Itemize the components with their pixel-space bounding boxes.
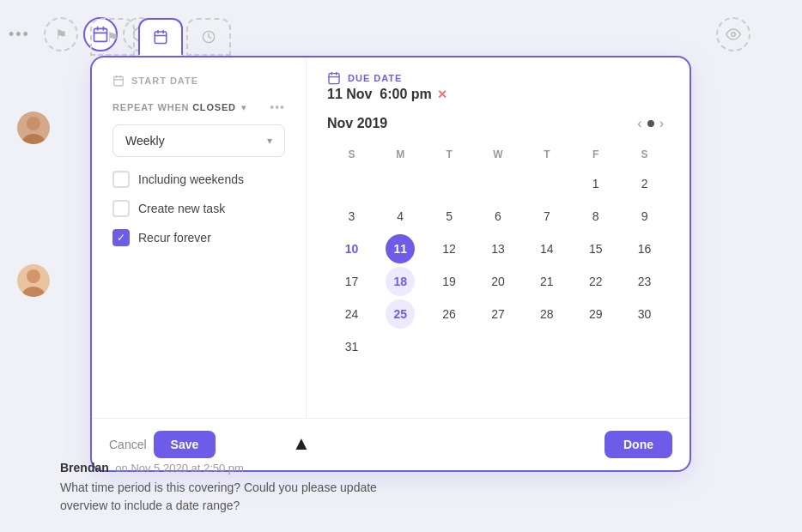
calendar-grid: S M T W T F S 1 2 [327,145,669,361]
svg-rect-15 [114,76,124,86]
due-clear-button[interactable]: ✕ [437,88,447,101]
modal-calendar-icon [153,29,168,45]
repeat-label: REPEAT WHEN CLOSED [112,102,236,112]
start-date-label: START DATE [131,76,198,86]
cal-week-5: 24 25 26 27 28 29 30 [327,299,669,329]
cal-day-4[interactable]: 4 [386,202,415,231]
frequency-dropdown-wrap: Weekly ▾ [112,124,285,157]
cal-day-empty-1 [337,169,366,198]
cal-day-empty-9 [532,332,562,361]
cal-day-8[interactable]: 8 [581,202,611,231]
cal-day-30[interactable]: 30 [630,299,659,329]
cal-day-2[interactable]: 2 [630,169,659,198]
modal-body: START DATE REPEAT WHEN CLOSED ▾ ••• Week… [92,57,690,418]
checkbox-recur[interactable] [112,229,130,246]
due-date-header: DUE DATE 11 Nov 6:00 pm ✕ [327,71,669,102]
cal-day-empty-4 [483,169,513,198]
checkbox-item-new-task[interactable]: Create new task [112,200,285,217]
cal-day-15[interactable]: 15 [581,234,611,263]
cal-week-4: 17 18 19 20 21 22 23 [327,267,669,296]
svg-point-5 [732,33,736,37]
cal-day-21[interactable]: 21 [532,267,562,296]
avatar-2[interactable] [17,264,50,297]
cal-hdr-w: W [474,145,523,164]
repeat-more-icon[interactable]: ••• [270,100,285,114]
cal-hdr-t1: T [425,145,474,164]
due-label: DUE DATE [348,73,402,83]
cal-day-empty-6 [386,332,415,361]
cal-day-6[interactable]: 6 [483,202,513,231]
cal-day-14[interactable]: 14 [532,234,562,263]
left-panel: START DATE REPEAT WHEN CLOSED ▾ ••• Week… [92,57,307,418]
save-button[interactable]: Save [154,431,216,458]
calendar-today-dot[interactable] [647,120,654,127]
recurrence-modal: ⚑ START DATE REPEAT WHEN [90,56,691,472]
repeat-section-header: REPEAT WHEN CLOSED ▾ ••• [112,100,285,114]
svg-point-8 [27,269,40,283]
eye-button[interactable] [716,17,750,51]
cal-day-5[interactable]: 5 [434,202,464,231]
cal-day-29[interactable]: 29 [581,299,611,329]
cal-day-18[interactable]: 18 [386,267,415,296]
calendar-next-button[interactable]: › [654,112,669,135]
cal-day-25[interactable]: 25 [386,299,415,329]
cal-day-28[interactable]: 28 [532,299,562,329]
checkbox-weekends-label: Including weekends [138,172,244,186]
cal-day-12[interactable]: 12 [434,234,464,263]
calendar-month-year: Nov 2019 [327,116,632,131]
cal-hdr-t2: T [522,145,571,164]
modal-tab-flag[interactable]: ⚑ [90,18,135,56]
cal-day-3[interactable]: 3 [337,202,366,231]
checkbox-item-recur[interactable]: Recur forever [112,229,285,246]
calendar-header-row: S M T W T F S [327,145,669,164]
calendar-prev-button[interactable]: ‹ [632,112,647,135]
cal-day-19[interactable]: 19 [434,267,464,296]
avatar-list [17,112,50,297]
cal-day-23[interactable]: 23 [630,267,659,296]
cal-day-9[interactable]: 9 [630,202,659,231]
cal-day-31[interactable]: 31 [337,332,366,361]
start-date-section: START DATE [112,75,285,87]
flag-tab[interactable]: ⚑ [44,17,78,51]
cal-day-empty-2 [386,169,415,198]
comment-author: Brendan [60,461,112,475]
comment-section: Brendan on Nov 5 2020 at 2:50 pm What ti… [60,460,785,515]
cal-week-1: 1 2 [327,169,669,198]
cal-day-7[interactable]: 7 [532,202,562,231]
cancel-button[interactable]: Cancel [109,438,147,451]
more-options-dots[interactable]: ••• [9,26,30,44]
avatar-1[interactable] [17,112,50,144]
cal-hdr-m: M [376,145,425,164]
cal-day-13[interactable]: 13 [483,234,513,263]
due-date-top: DUE DATE [327,71,669,85]
checkbox-new-task-label: Create new task [138,202,225,215]
modal-tab-clock[interactable] [186,18,231,56]
cal-day-20[interactable]: 20 [483,267,513,296]
checkbox-weekends[interactable] [112,171,130,188]
due-date-icon [327,71,341,85]
svg-point-6 [27,117,40,130]
checkbox-new-task[interactable] [112,200,130,217]
checkbox-list: Including weekends Create new task Recur… [112,171,285,246]
cal-day-17[interactable]: 17 [337,267,366,296]
cal-day-10[interactable]: 10 [337,234,366,263]
cal-day-27[interactable]: 27 [483,299,513,329]
repeat-chevron-icon[interactable]: ▾ [241,102,246,113]
done-button[interactable]: Done [605,431,672,458]
calendar-nav: Nov 2019 ‹ › [327,112,669,135]
cal-day-26[interactable]: 26 [434,299,464,329]
frequency-dropdown[interactable]: Weekly ▾ [112,124,285,157]
cal-week-2: 3 4 5 6 7 8 9 [327,202,669,231]
cal-day-1[interactable]: 1 [581,169,611,198]
modal-tab-calendar[interactable] [138,18,183,56]
comment-meta: on Nov 5 2020 at 2:50 pm [112,462,244,475]
cal-day-empty-3 [434,169,464,198]
cal-day-16[interactable]: 16 [630,234,659,263]
cal-day-11[interactable]: 11 [386,234,415,263]
comment-header: Brendan on Nov 5 2020 at 2:50 pm [60,460,785,475]
cal-day-empty-8 [483,332,513,361]
checkbox-recur-label: Recur forever [138,231,211,245]
cal-day-24[interactable]: 24 [337,299,366,329]
cal-day-22[interactable]: 22 [581,267,611,296]
checkbox-item-weekends[interactable]: Including weekends [112,171,285,188]
